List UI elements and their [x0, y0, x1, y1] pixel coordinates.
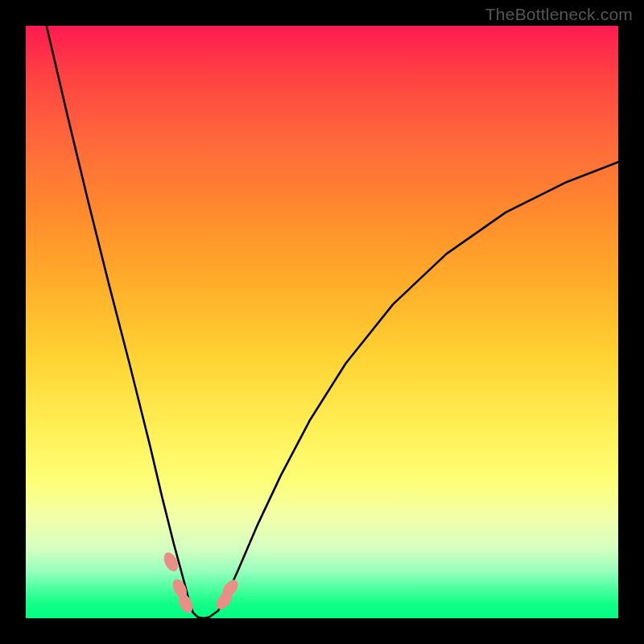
chart-frame: TheBottleneck.com	[0, 0, 644, 644]
marker-group	[161, 551, 241, 616]
curve-group	[47, 26, 618, 618]
plot-area	[26, 26, 618, 618]
chart-svg	[26, 26, 618, 618]
bottleneck-curve	[47, 26, 618, 618]
watermark-label: TheBottleneck.com	[485, 5, 633, 24]
